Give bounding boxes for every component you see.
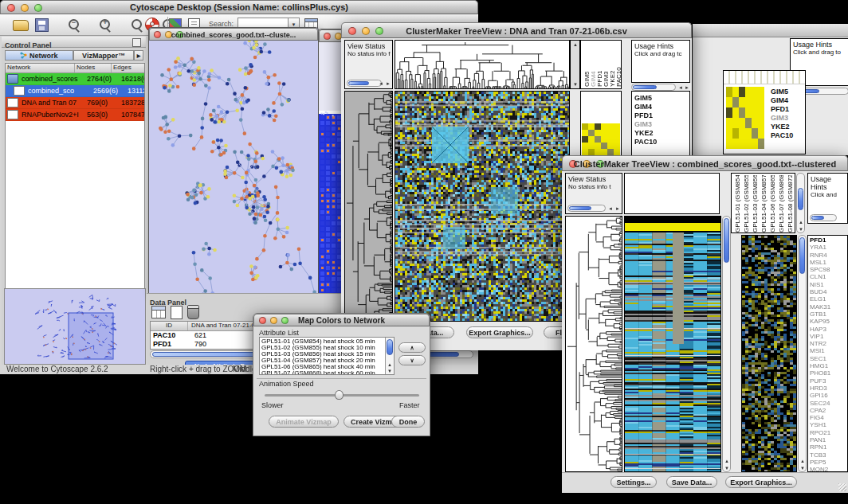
dendrogram-scroll-strip[interactable]: ▲▼: [570, 40, 580, 89]
gene-label[interactable]: YRA1: [810, 244, 847, 251]
zoom-heatmap-panel[interactable]: [741, 235, 797, 472]
main-titlebar[interactable]: Cytoscape Desktop (Session Name: collins…: [0, 0, 478, 14]
zoom-fit-icon[interactable]: [132, 19, 142, 29]
gene-label[interactable]: PFD1: [810, 236, 847, 244]
new-attribute-icon[interactable]: [171, 306, 183, 319]
view-status-scrollbar[interactable]: [347, 80, 382, 87]
scroll-right-icon[interactable]: ►: [684, 84, 690, 91]
tab-vizmapper[interactable]: VizMapper™: [73, 50, 134, 61]
array-label[interactable]: GPL51-08 (GSM872): [787, 175, 794, 232]
col-edges[interactable]: Edges: [112, 64, 144, 72]
col-nodes[interactable]: Nodes: [75, 64, 112, 72]
delete-attribute-icon[interactable]: [187, 305, 199, 319]
array-dendrogram-panel[interactable]: [395, 40, 570, 89]
gene-label[interactable]: PAN1: [810, 436, 847, 443]
animate-vizmap-button[interactable]: Animate Vizmap: [269, 416, 339, 428]
network-overview-canvas[interactable]: [4, 288, 146, 365]
open-file-icon[interactable]: [13, 20, 29, 31]
gene-label[interactable]: KAP95: [810, 318, 847, 325]
gene-label[interactable]: NIS1: [810, 281, 847, 288]
move-up-button[interactable]: ∧: [398, 342, 426, 353]
gene-label[interactable]: PUF3: [810, 377, 847, 385]
table-mode-icon[interactable]: [151, 306, 166, 318]
resize-grip[interactable]: [838, 483, 846, 491]
global-heatmap-panel[interactable]: [395, 91, 570, 322]
gene-label[interactable]: MAK31: [810, 303, 847, 311]
genelist-vscrollbar[interactable]: ▲▼: [798, 235, 807, 472]
export-graphics-button[interactable]: Export Graphics...: [725, 476, 797, 488]
gene-label[interactable]: SEC24: [810, 400, 847, 407]
gene-label[interactable]: GIM4: [634, 103, 689, 111]
gene-label[interactable]: PHO81: [810, 369, 847, 377]
scroll-right-icon[interactable]: ►: [385, 80, 391, 87]
gene-label[interactable]: ELG1: [810, 295, 847, 303]
usage-hscrollbar[interactable]: [810, 214, 837, 221]
array-label[interactable]: GPL51-03 (GSM856): [752, 175, 759, 232]
network-canvas[interactable]: [149, 41, 316, 293]
col-network[interactable]: Network: [6, 64, 75, 72]
zoom-out-icon[interactable]: −: [69, 19, 79, 29]
gene-label[interactable]: HRD3: [810, 385, 847, 392]
treeview1-titlebar[interactable]: ClusterMaker TreeView : DNA and Tran 07-…: [341, 22, 692, 38]
export-graphics-button[interactable]: Export Graphics...: [466, 326, 533, 338]
tab-overflow-arrow[interactable]: ▶: [134, 50, 143, 61]
dialog-titlebar[interactable]: Map Colors to Network: [253, 314, 430, 326]
network-row[interactable]: RNAPuberNov2+I 563(0) 107847(0): [6, 109, 144, 121]
gene-label[interactable]: PAC10: [634, 138, 689, 147]
gene-label[interactable]: FIG4: [810, 414, 847, 421]
animation-slider[interactable]: [265, 394, 419, 397]
array-label[interactable]: GPL51-07 (GSM868): [778, 175, 785, 232]
close-button[interactable]: [324, 33, 331, 40]
gene-label[interactable]: GIM3: [634, 120, 689, 129]
float-panel-icon[interactable]: [132, 38, 141, 47]
array-label[interactable]: GPL51-04 (GSM857): [760, 175, 768, 232]
gene-label[interactable]: SEC1: [810, 355, 847, 362]
gene-label[interactable]: HMG1: [810, 362, 847, 369]
gene-label[interactable]: GIM5: [771, 88, 793, 96]
gene-label[interactable]: GIM4: [771, 96, 793, 105]
gene-label[interactable]: SPC98: [810, 266, 847, 273]
scroll-left-icon[interactable]: ◄: [677, 84, 684, 91]
array-label[interactable]: PAC10: [615, 40, 622, 87]
gene-label[interactable]: GIM3: [771, 114, 793, 123]
gene-label[interactable]: GTB1: [810, 311, 847, 318]
slider-thumb[interactable]: [335, 390, 344, 400]
view-status-scrollbar[interactable]: [567, 205, 606, 212]
scroll-left-icon[interactable]: ◄: [378, 80, 384, 87]
tab-network[interactable]: Network: [5, 50, 73, 61]
scroll-left-icon[interactable]: ◄: [607, 205, 614, 212]
array-label[interactable]: GPL51-02 (GSM855): [743, 175, 750, 232]
gene-label[interactable]: CLN1: [810, 273, 847, 280]
scroll-right-icon[interactable]: ►: [614, 205, 621, 212]
move-down-button[interactable]: ∨: [398, 355, 426, 365]
gene-label[interactable]: HAP3: [810, 326, 847, 333]
treeview2-titlebar[interactable]: ClusterMaker TreeView : combined_scores_…: [562, 155, 848, 171]
gene-label[interactable]: RNR4: [810, 252, 847, 259]
gene-label[interactable]: BUD4: [810, 288, 847, 295]
save-icon[interactable]: [35, 18, 49, 32]
gene-label[interactable]: YKE2: [634, 129, 689, 138]
network-row[interactable]: combined_scores 2764(0) 16218(0): [6, 73, 144, 85]
col-id[interactable]: ID: [151, 322, 188, 330]
global-heatmap-panel[interactable]: [624, 216, 721, 472]
gene-label[interactable]: PFD1: [634, 111, 689, 120]
gene-label[interactable]: GPI16: [810, 392, 847, 399]
zoom-in-icon[interactable]: +: [100, 19, 110, 29]
array-label[interactable]: GPL51-01 (GSM854): [734, 175, 741, 232]
array-label[interactable]: GPL51-06 (GSM865): [769, 175, 776, 232]
gene-label[interactable]: RPN1: [810, 443, 847, 451]
gene-label[interactable]: PAC10: [771, 131, 793, 140]
heatmap-vscrollbar[interactable]: ▲▼: [722, 216, 731, 472]
gene-label[interactable]: MON2: [810, 466, 847, 472]
gene-label[interactable]: CPA2: [810, 407, 847, 414]
label-vscrollbar[interactable]: ▲▼: [796, 173, 805, 233]
yellow-heatmap-canvas[interactable]: [726, 87, 764, 149]
settings-button[interactable]: Settings...: [610, 476, 657, 488]
network-row[interactable]: DNA and Tran 07 769(0) 183728(0): [6, 97, 144, 109]
done-button[interactable]: Done: [391, 416, 425, 428]
gene-label[interactable]: PFD1: [771, 105, 793, 114]
gene-label[interactable]: YKE2: [771, 123, 793, 131]
network-row[interactable]: combined_sco 2569(6) 13112(15): [6, 85, 144, 97]
save-data-button[interactable]: Save Data...: [666, 476, 717, 488]
gene-label[interactable]: MSL1: [810, 259, 847, 266]
